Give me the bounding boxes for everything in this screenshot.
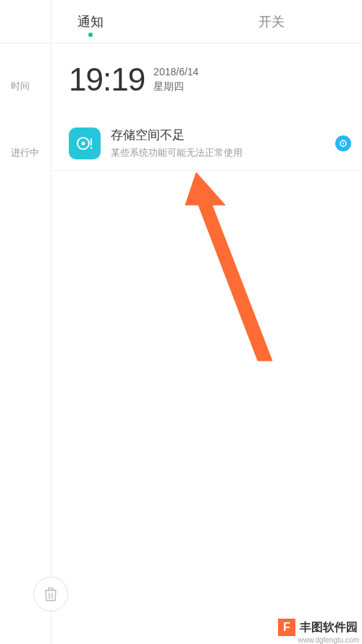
current-weekday: 星期四 bbox=[153, 80, 198, 94]
svg-point-1 bbox=[82, 141, 85, 145]
tab-notifications-label: 通知 bbox=[77, 13, 104, 30]
date-block: 2018/6/14 星期四 bbox=[153, 65, 198, 93]
ongoing-section: 进行中 存储空间不足 某些系统功能可能无法正常使用 bbox=[51, 116, 362, 171]
time-section: 时间 19:19 2018/6/14 星期四 bbox=[51, 43, 362, 116]
tab-indicator bbox=[88, 33, 93, 37]
watermark-url: www.dgfengtu.com bbox=[298, 636, 363, 644]
trash-icon bbox=[43, 586, 58, 602]
delete-button[interactable] bbox=[33, 577, 68, 611]
current-time: 19:19 bbox=[69, 62, 145, 98]
svg-point-3 bbox=[90, 146, 93, 149]
tab-switches-label: 开关 bbox=[258, 13, 285, 30]
tab-switches[interactable]: 开关 bbox=[181, 0, 362, 43]
storage-icon bbox=[69, 127, 101, 159]
tab-notifications[interactable]: 通知 bbox=[0, 0, 181, 43]
svg-point-5 bbox=[342, 142, 344, 143]
arrow-annotation bbox=[183, 169, 285, 372]
notification-badge-icon[interactable] bbox=[335, 135, 351, 151]
notification-title: 存储空间不足 bbox=[111, 127, 335, 143]
current-date: 2018/6/14 bbox=[153, 65, 198, 80]
watermark-logo: F bbox=[278, 619, 295, 636]
notification-description: 某些系统功能可能无法正常使用 bbox=[111, 146, 335, 159]
time-section-label: 时间 bbox=[11, 80, 30, 93]
watermark: F 丰图软件园 www.dgfengtu.com bbox=[278, 619, 362, 644]
watermark-name: 丰图软件园 bbox=[295, 620, 362, 635]
notification-item[interactable]: 存储空间不足 某些系统功能可能无法正常使用 bbox=[69, 127, 351, 159]
ongoing-section-label: 进行中 bbox=[11, 146, 39, 159]
